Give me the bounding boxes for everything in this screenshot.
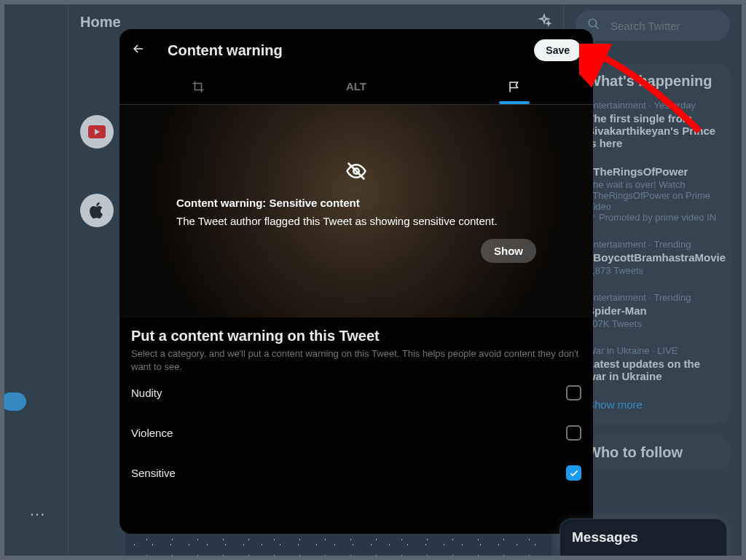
back-arrow-icon[interactable] (131, 42, 146, 60)
preview-title: Content warning: Sensitive content (176, 197, 536, 209)
tab-indicator (499, 101, 530, 104)
modal-tabs: ALT (119, 66, 593, 105)
show-button[interactable]: Show (481, 239, 536, 263)
modal-header: Content warning Save (119, 29, 593, 66)
preview-description: The Tweet author flagged this Tweet as s… (176, 215, 536, 227)
checkbox-unchecked[interactable] (566, 425, 581, 441)
option-sensitive[interactable]: Sensitive (119, 453, 593, 493)
tab-crop[interactable] (120, 70, 277, 104)
sensitive-preview: Content warning: Sensitive content The T… (119, 105, 593, 318)
crop-icon (192, 83, 205, 95)
form-section: Put a content warning on this Tweet Sele… (119, 318, 593, 373)
checkbox-unchecked[interactable] (566, 385, 581, 401)
tab-flag[interactable] (436, 70, 592, 104)
option-label: Sensitive (131, 467, 176, 479)
option-nudity[interactable]: Nudity (119, 373, 593, 413)
option-label: Nudity (131, 387, 162, 399)
form-heading: Put a content warning on this Tweet (131, 328, 581, 344)
checkbox-checked[interactable] (566, 465, 581, 481)
eye-off-icon (176, 160, 536, 185)
messages-drawer[interactable]: Messages (560, 518, 727, 556)
content-warning-modal: Content warning Save ALT C (119, 29, 593, 534)
save-button[interactable]: Save (534, 39, 581, 61)
option-label: Violence (131, 427, 173, 439)
form-help-text: Select a category, and we'll put a conte… (131, 347, 581, 373)
option-violence[interactable]: Violence (119, 413, 593, 453)
flag-icon (508, 83, 521, 95)
modal-title: Content warning (168, 42, 512, 59)
tab-alt[interactable]: ALT (278, 70, 435, 104)
app-frame: ··· Home What's happening (4, 4, 742, 556)
